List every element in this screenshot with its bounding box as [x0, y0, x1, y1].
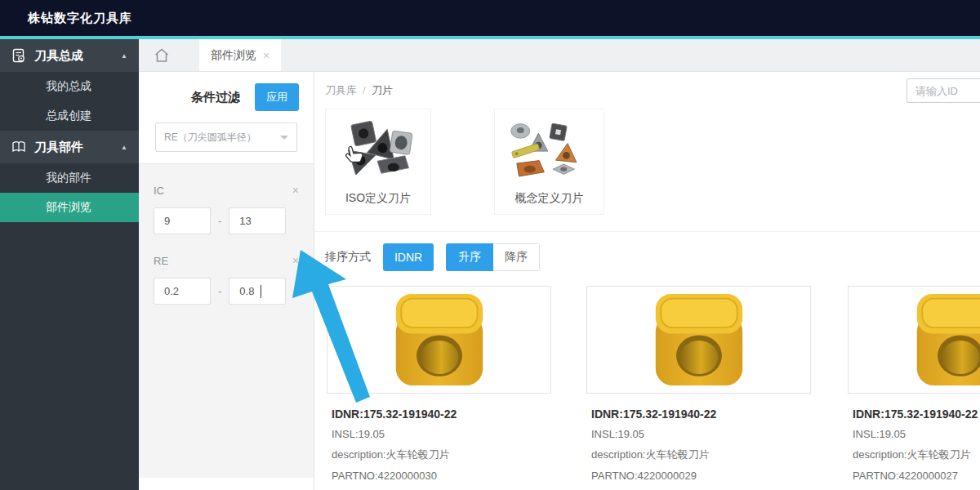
- filter-panel: 条件过滤 应用 RE（刀尖圆弧半径） IC × - RE × -: [139, 72, 314, 490]
- apply-button[interactable]: 应用: [255, 83, 299, 111]
- app-title: 株钻数字化刀具库: [28, 11, 132, 26]
- sort-descending-button[interactable]: 降序: [493, 243, 540, 271]
- sidebar-item-label: 我的总成: [46, 79, 91, 94]
- remove-filter-ic-icon[interactable]: ×: [292, 184, 299, 197]
- text-caret: [261, 285, 261, 298]
- product-description: description:火车轮毂刀片: [332, 448, 546, 462]
- filter-attribute-dropdown[interactable]: RE（刀尖圆弧半径）: [155, 122, 297, 152]
- sort-direction-group: 升序 降序: [446, 243, 540, 271]
- breadcrumb-separator: /: [363, 84, 366, 96]
- dropdown-value: RE（刀尖圆弧半径）: [164, 131, 256, 145]
- sidebar-item-label: 我的部件: [46, 171, 91, 185]
- home-button[interactable]: [139, 39, 185, 71]
- top-bar: 株钻数字化刀具库: [0, 0, 980, 36]
- product-description: description:火车轮毂刀片: [591, 448, 806, 462]
- search-input[interactable]: [906, 78, 980, 103]
- filter-title: 条件过滤: [191, 90, 240, 105]
- sidebar-group-tool-assembly[interactable]: 刀具总成 ▲: [0, 39, 139, 72]
- re-min-input[interactable]: [154, 278, 211, 305]
- product-idnr: IDNR:175.32-191940-22: [591, 408, 806, 421]
- product-card[interactable]: IDNR:175.32-191940-22 INSL:19.05 descrip…: [848, 286, 980, 490]
- tab-bar: 部件浏览 ×: [139, 39, 980, 72]
- sidebar-item-label: 总成创建: [46, 109, 91, 123]
- home-icon: [153, 47, 171, 65]
- sidebar: 刀具总成 ▲ 我的总成 总成创建 刀具部件 ▲ 我的部件 部件浏览: [0, 39, 139, 490]
- sidebar-item-parts-browse[interactable]: 部件浏览: [0, 193, 139, 222]
- chevron-down-icon: [280, 136, 288, 144]
- sort-ascending-button[interactable]: 升序: [446, 243, 493, 271]
- main-content: 刀具库/刀片: [314, 72, 980, 490]
- category-label: 概念定义刀片: [515, 191, 584, 206]
- product-idnr: IDNR:175.32-191940-22: [332, 408, 546, 421]
- product-description: description:火车轮毂刀片: [853, 448, 980, 462]
- assembly-icon: [11, 48, 26, 63]
- remove-filter-re-icon[interactable]: ×: [292, 254, 299, 267]
- range-dash: -: [218, 215, 221, 227]
- product-card[interactable]: IDNR:175.32-191940-22 INSL:19.05 descrip…: [586, 286, 811, 490]
- insert-image: [915, 292, 980, 388]
- tab-label: 部件浏览: [211, 48, 256, 63]
- ic-max-input[interactable]: [229, 207, 286, 234]
- product-insl: INSL:19.05: [332, 428, 546, 440]
- section-divider: [314, 231, 980, 232]
- sort-controls: 排序方式 IDNR 升序 降序: [325, 243, 540, 271]
- tab-parts-browse[interactable]: 部件浏览 ×: [199, 39, 281, 71]
- product-insl: INSL:19.05: [853, 428, 980, 440]
- sidebar-item-my-assemblies[interactable]: 我的总成: [0, 72, 139, 101]
- sidebar-item-assembly-create[interactable]: 总成创建: [0, 101, 139, 131]
- breadcrumb-current: 刀片: [372, 84, 393, 96]
- filter-section-label-re: RE: [154, 255, 168, 267]
- insert-image: [653, 292, 745, 388]
- product-image-box: [586, 286, 811, 394]
- category-label: ISO定义刀片: [345, 191, 411, 206]
- range-dash: -: [218, 285, 221, 297]
- sidebar-group-label: 刀具总成: [34, 48, 83, 64]
- chevron-up-icon: ▲: [121, 144, 127, 151]
- product-idnr: IDNR:175.32-191940-22: [853, 408, 980, 421]
- product-partno: PARTNO:4220000027: [853, 470, 980, 482]
- product-partno: PARTNO:4220000029: [591, 470, 806, 482]
- product-card[interactable]: IDNR:175.32-191940-22 INSL:19.05 descrip…: [327, 286, 551, 490]
- insert-image: [394, 292, 485, 388]
- breadcrumb: 刀具库/刀片: [325, 83, 393, 98]
- breadcrumb-root[interactable]: 刀具库: [325, 84, 357, 96]
- category-card-concept[interactable]: 概念定义刀片: [494, 109, 604, 215]
- product-image-box: [327, 286, 551, 394]
- re-max-input[interactable]: [229, 278, 286, 305]
- filter-section-label-ic: IC: [154, 185, 164, 197]
- category-card-iso[interactable]: ISO定义刀片: [325, 109, 431, 215]
- sidebar-group-label: 刀具部件: [34, 140, 83, 155]
- book-icon: [11, 140, 26, 154]
- sidebar-item-label: 部件浏览: [46, 200, 91, 215]
- ic-min-input[interactable]: [154, 207, 211, 234]
- sort-label: 排序方式: [325, 250, 371, 265]
- product-partno: PARTNO:4220000030: [332, 470, 546, 482]
- concept-inserts-image: [497, 114, 602, 189]
- sort-field-button[interactable]: IDNR: [383, 243, 434, 271]
- chevron-up-icon: ▲: [121, 52, 127, 60]
- hand-cursor-icon: [342, 145, 363, 167]
- close-icon[interactable]: ×: [263, 49, 270, 62]
- product-image-box: [848, 286, 980, 394]
- product-insl: INSL:19.05: [591, 428, 806, 440]
- sidebar-item-my-parts[interactable]: 我的部件: [0, 163, 139, 193]
- sidebar-group-tool-parts[interactable]: 刀具部件 ▲: [0, 131, 139, 163]
